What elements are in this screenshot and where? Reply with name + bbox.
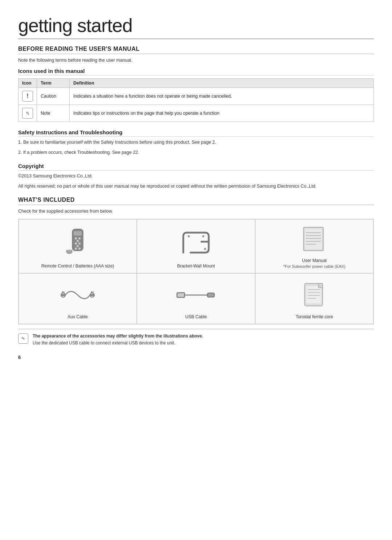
ferrite-image <box>302 279 327 311</box>
ferrite-svg <box>302 282 327 309</box>
accessory-ferrite: Toroidal ferrite core <box>255 273 373 324</box>
whats-included-intro: Check for the supplied accessories from … <box>18 209 374 214</box>
accessory-bracket: Bracket-Wall Mount <box>137 219 255 273</box>
usb-svg <box>176 286 216 304</box>
table-header-definition: Definition <box>70 79 374 88</box>
caution-icon: ! <box>22 91 33 102</box>
svg-point-13 <box>202 235 204 237</box>
usb-label: USB Cable <box>185 314 207 319</box>
footnote-icon: ✎ <box>18 334 28 344</box>
footnote-line-1: The appearance of the accessories may di… <box>33 333 203 340</box>
ferrite-label: Toroidal ferrite core <box>296 314 333 319</box>
page-number: 6 <box>18 355 374 360</box>
accessory-remote-control: Remote Control / Batteries (AAA size) <box>19 219 137 273</box>
footnote-line-2: Use the dedicated USB cable to connect e… <box>33 340 203 347</box>
icons-table: Icon Term Definition ! Caution Indicates… <box>18 78 374 122</box>
safety-subsection: Safety Instructions and Troubleshooting … <box>18 129 374 155</box>
manual-label: User Manual <box>302 258 327 263</box>
note-icon: ✎ <box>22 108 33 119</box>
whats-included-section: WHAT'S INCLUDED Check for the supplied a… <box>18 197 374 347</box>
before-reading-section: BEFORE READING THE USER'S MANUAL Note th… <box>18 46 374 189</box>
svg-rect-40 <box>306 286 321 303</box>
remote-control-image <box>65 225 90 260</box>
caution-definition: Indicates a situation here a function do… <box>70 88 374 105</box>
note-term: Note <box>37 105 70 122</box>
svg-rect-25 <box>90 294 94 296</box>
copyright-line-2: All rights reserved; no part or whole of… <box>18 184 374 189</box>
before-reading-intro: Note the following terms before reading … <box>18 58 374 63</box>
table-header-icon: Icon <box>19 79 37 88</box>
manual-svg <box>302 225 327 254</box>
svg-rect-23 <box>61 294 65 296</box>
accessory-usb-cable: USB Cable <box>137 273 255 324</box>
svg-point-4 <box>77 240 79 242</box>
safety-subsection-title: Safety Instructions and Troubleshooting <box>18 129 374 137</box>
svg-point-2 <box>75 237 77 240</box>
note-icon-cell: ✎ <box>19 105 37 122</box>
svg-point-3 <box>78 237 81 240</box>
copyright-title: Copyright <box>18 163 374 171</box>
svg-point-9 <box>78 248 81 250</box>
svg-rect-11 <box>66 250 72 252</box>
remote-label: Remote Control / Batteries (AAA size) <box>41 263 114 269</box>
svg-point-5 <box>75 242 77 245</box>
svg-rect-31 <box>177 293 184 297</box>
svg-point-12 <box>188 235 190 237</box>
accessory-user-manual: User Manual *For Subwoofer power cable (… <box>255 219 373 273</box>
aux-label: Aux Cable <box>68 314 87 319</box>
aux-image <box>60 279 96 311</box>
before-reading-title: BEFORE READING THE USER'S MANUAL <box>18 46 374 54</box>
svg-point-14 <box>204 248 206 250</box>
bracket-image <box>180 225 212 260</box>
table-row: ✎ Note Indicates tips or instructions on… <box>19 105 374 122</box>
svg-rect-1 <box>74 231 82 236</box>
footnote-text-block: The appearance of the accessories may di… <box>33 333 203 347</box>
svg-point-8 <box>75 248 77 250</box>
remote-svg <box>65 228 90 257</box>
table-row: ! Caution Indicates a situation here a f… <box>19 88 374 105</box>
footnote-box: ✎ The appearance of the accessories may … <box>18 329 374 347</box>
note-definition: Indicates tips or instructions on the pa… <box>70 105 374 122</box>
manual-sublabel: *For Subwoofer power cable (EAX) <box>283 264 345 269</box>
usb-image <box>176 279 216 311</box>
accessory-aux-cable: Aux Cable <box>19 273 137 324</box>
table-header-term: Term <box>37 79 70 88</box>
svg-point-6 <box>78 242 81 245</box>
safety-line-2: 2. If a problem occurs, check Troublesho… <box>18 150 374 155</box>
svg-point-7 <box>77 245 79 247</box>
bracket-label: Bracket-Wall Mount <box>177 263 215 269</box>
page-title: getting started <box>18 15 374 39</box>
svg-rect-16 <box>305 228 322 250</box>
icons-subsection-title: Icons used in this manual <box>18 68 374 75</box>
icons-subsection: Icons used in this manual Icon Term Defi… <box>18 68 374 122</box>
whats-included-title: WHAT'S INCLUDED <box>18 197 374 205</box>
aux-svg <box>60 284 96 306</box>
safety-line-1: 1. Be sure to familiarise yourself with … <box>18 140 374 145</box>
caution-term: Caution <box>37 88 70 105</box>
accessories-grid: Remote Control / Batteries (AAA size) Br… <box>18 219 374 324</box>
manual-image <box>302 225 327 254</box>
copyright-line-1: ©2013 Samsung Electronics Co.,Ltd. <box>18 173 374 179</box>
copyright-subsection: Copyright ©2013 Samsung Electronics Co.,… <box>18 163 374 189</box>
caution-icon-cell: ! <box>19 88 37 105</box>
bracket-svg <box>180 229 212 256</box>
